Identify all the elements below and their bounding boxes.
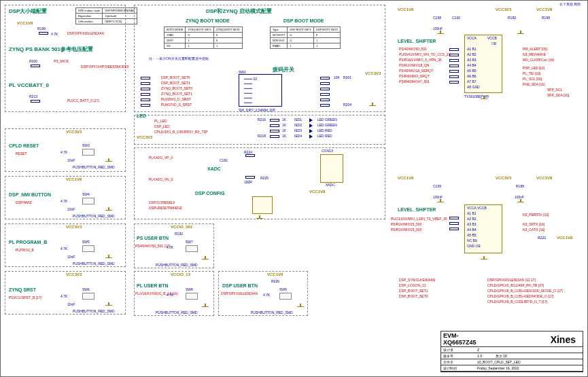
con13 (320, 154, 343, 183)
dsp-nmi-box (5, 176, 126, 219)
gnd-d (105, 302, 112, 308)
sw8-part: PUSHBUTTON_RED_SMD (156, 310, 198, 315)
gnd-c (105, 255, 112, 260)
sw5-val: 10nF (67, 255, 75, 259)
rail-vcc1v8-ls2b: VCC1V8 (536, 176, 552, 180)
dip-rr2 (320, 88, 330, 90)
c159: C159 (433, 184, 441, 188)
section-bank501: ZYNQ PS BANK 501参考电压配置 (9, 46, 93, 53)
dip-rr-r201: R201 (343, 75, 351, 79)
gnd-ls2-ic (481, 256, 487, 262)
ls1-pin-vcca: VCCA (467, 36, 477, 40)
section-ls2: LEVEL_SHIFTER (398, 207, 436, 212)
rail-vcc1v8-ls1a: VCC1V8 (398, 7, 413, 12)
gnd-ls1-b (517, 31, 524, 36)
r199 (39, 32, 48, 35)
net-coresel: DSP/CORESEL0 (149, 200, 175, 204)
sw7-label: SW7 (186, 240, 193, 244)
led-r218: R218 (258, 134, 266, 138)
brand: Xines (547, 333, 580, 346)
gnd-dip (369, 103, 376, 108)
val-47k-a: 4.7K (60, 150, 67, 154)
section-boot-mode: DSP和ZYNQ 启动模式配置 (206, 7, 272, 15)
rail-vcc1v8-ls2a: VCC1V8 (398, 176, 413, 180)
tb-file-l: 文件名 (443, 360, 477, 364)
sw9 (279, 293, 292, 300)
section-pl-user: PL USER BTN (137, 283, 169, 288)
sw4-part: PUSHBUTTON_RED_SMD (73, 214, 115, 218)
net-xadc-vn: PLXADC_VN_0 (149, 177, 173, 181)
ls1-rp0 (449, 48, 459, 51)
section-led: LED (137, 113, 146, 118)
r199-val: 4.7K (51, 32, 58, 36)
section-vccbatt: PL VCCBATT_0 (9, 82, 49, 88)
ls1-pin-vccb: VCCB (487, 36, 497, 40)
ls2-p0: VCCA VCCB (467, 206, 487, 210)
r226: R226 (271, 279, 279, 283)
led-red-1: LED RED (317, 128, 332, 132)
dip-rr-10k: 10K (334, 75, 340, 79)
ls1-e0: SFP_SCL (547, 88, 562, 92)
dip-row-1: ━━━━ 10 (244, 77, 257, 81)
bnet-l2: DSP_BOOT_SET1 (399, 289, 428, 293)
ls1-pin-gnd: A8 GND (467, 85, 480, 89)
sw3-label: SW3 (82, 143, 90, 147)
dip-r4 (141, 98, 150, 101)
ls1-r3: PSP_LED [12] (523, 66, 544, 70)
sw5-label: SW5 (82, 240, 90, 244)
ls1-rp3 (449, 65, 459, 67)
endian-table: DSP endian modeDSP/GPIO0/0/LENDIAN Big-e… (75, 7, 137, 24)
ls2-p5: A5 B5 (467, 233, 477, 237)
led-r1 (270, 124, 279, 127)
ls1-r5: PL_SCL [16] (523, 77, 542, 81)
ls2-p3: A3 B3 (467, 222, 477, 226)
sw3-part: PUSHBUTTON_RED_SMD (73, 165, 115, 169)
ls1-r1: N3_REVWAKE (523, 52, 546, 56)
gnd-cfg (256, 215, 263, 221)
net-nmiz: DSP/NMIZ (16, 200, 32, 204)
net-xadc-vp: PLXADC_VP_0 (149, 156, 173, 160)
section-ls1: LEVEL_SHIFTER (398, 39, 436, 43)
net-srst: PSXCG/SRST_B [17] (9, 295, 41, 300)
xadc-ic: XADC (326, 183, 335, 187)
val-47k-c: 4.7K (60, 247, 67, 251)
rail-vcc1v8-cfg: VCC1V8 (309, 190, 325, 194)
ls1-r4: PL_TEI [16] (523, 71, 540, 75)
net-mio8: PS_MIO8 (54, 59, 69, 63)
led-r2 (270, 130, 279, 132)
net-pl-led: PL_LED (154, 119, 167, 123)
bnet-r2: CPLD/GPIO/9_B_C/35+GEN/10/D_MODE_O [17] (487, 289, 563, 293)
zynq-srst-box (5, 271, 126, 315)
dip-net-0: DSP_BOOT_SET0 (161, 75, 190, 79)
dip-net-4: PLV15/IO_D_SRST (161, 97, 191, 101)
net-resetnmi: DSPLRESETNMIENZ (149, 206, 182, 210)
bnet-r1: CPLD/GPIO/0_B/11/46F_RX_TB [17] (487, 283, 544, 287)
dip-note: 注：一表示ON开关位置即配置选中使能 (149, 56, 209, 60)
sw5 (82, 245, 94, 252)
rail-vcc3v3-d: VCC3V3 (66, 272, 82, 276)
ls1-l6: PS/R40/MIO47_501 (399, 79, 430, 84)
led-1k-d: 1K (282, 134, 286, 138)
led-green-2: LED GREEN (317, 123, 337, 127)
xadc-c191: C191 (220, 158, 228, 162)
c160: C160 (452, 16, 460, 20)
sw9-label: SW9 (279, 287, 287, 291)
gnd-f (202, 304, 209, 309)
dip-rr3 (320, 93, 330, 96)
xadc-190r: 190R (244, 180, 252, 184)
val-47k-f: 4.7K (167, 293, 173, 297)
ls2-l1: PS/R1V/MIO15_500 (391, 222, 421, 226)
gnd-ls2-b (517, 199, 524, 204)
r200 (31, 65, 40, 67)
rail-vcc3v3-ls1a: VCC3V3 (496, 7, 511, 12)
r182: R182 (508, 16, 516, 20)
net-mio14: DSP/GPIO14/PCIEESSMODE0 (81, 65, 129, 69)
bnet-r4: CPLD/GPIO/9_B_C/33L/BT/D_N_T [17] (487, 300, 547, 304)
dip-net-5: PLW17/IO_D_SRST (161, 103, 192, 107)
ls1-r6: FNE_SDA [16] (523, 82, 545, 86)
ls2-rp1 (449, 222, 459, 225)
net-cpld-rx: CPLD/3/IO_B_C/8/IIFRIO_RX_T3P (154, 130, 208, 134)
dip-row-5: ━━━━ (244, 96, 252, 100)
r198: R198 (542, 16, 550, 20)
val-47k-d: 4.7K (60, 294, 67, 298)
